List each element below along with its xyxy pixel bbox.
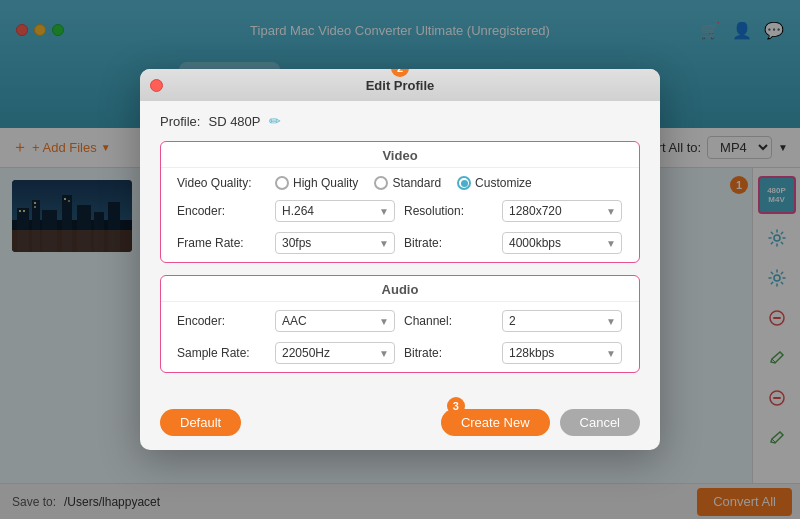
audio-encoder-col: Encoder: AAC ▼ — [177, 310, 396, 332]
audio-encoder-channel-row: Encoder: AAC ▼ Channel: — [177, 310, 623, 332]
sample-rate-col: Sample Rate: 22050Hz ▼ — [177, 342, 396, 364]
video-quality-row: Video Quality: High Quality Standard — [177, 176, 623, 190]
profile-value: SD 480P — [208, 114, 260, 129]
video-bitrate-label: Bitrate: — [404, 236, 494, 250]
radio-high-circle — [275, 176, 289, 190]
resolution-wrapper: 1280x720 ▼ — [502, 200, 622, 222]
footer-right: 3 Create New Cancel — [441, 409, 640, 436]
video-quality-label: Video Quality: — [177, 176, 267, 190]
edit-profile-modal: 2 Edit Profile Profile: SD 480P ✏ Video … — [140, 69, 660, 450]
audio-section-header: Audio — [161, 276, 639, 302]
sample-rate-wrapper: 22050Hz ▼ — [275, 342, 395, 364]
quality-radio-group: High Quality Standard Customize — [275, 176, 532, 190]
cancel-button[interactable]: Cancel — [560, 409, 640, 436]
video-bitrate-select[interactable]: 4000kbps — [502, 232, 622, 254]
frame-rate-label: Frame Rate: — [177, 236, 267, 250]
resolution-select[interactable]: 1280x720 — [502, 200, 622, 222]
audio-section-content: Encoder: AAC ▼ Channel: — [161, 302, 639, 372]
channel-col: Channel: 2 ▼ — [404, 310, 623, 332]
profile-edit-icon[interactable]: ✏ — [269, 113, 281, 129]
video-bitrate-col: Bitrate: 4000kbps ▼ — [404, 232, 623, 254]
video-bitrate-wrapper: 4000kbps ▼ — [502, 232, 622, 254]
encoder-wrapper: H.264 ▼ — [275, 200, 395, 222]
audio-encoder-wrapper: AAC ▼ — [275, 310, 395, 332]
framerate-select[interactable]: 30fps — [275, 232, 395, 254]
encoder-select[interactable]: H.264 — [275, 200, 395, 222]
framerate-col: Frame Rate: 30fps ▼ — [177, 232, 396, 254]
channel-select[interactable]: 2 — [502, 310, 622, 332]
radio-high-label: High Quality — [293, 176, 358, 190]
modal-overlay: 2 Edit Profile Profile: SD 480P ✏ Video … — [0, 0, 800, 519]
modal-title: Edit Profile — [366, 78, 435, 93]
step-3-badge: 3 — [447, 397, 465, 415]
radio-high-quality[interactable]: High Quality — [275, 176, 358, 190]
sample-rate-bitrate-row: Sample Rate: 22050Hz ▼ Bitrate: — [177, 342, 623, 364]
audio-encoder-label: Encoder: — [177, 314, 267, 328]
modal-body: Profile: SD 480P ✏ Video Video Quality: … — [140, 101, 660, 401]
audio-bitrate-select[interactable]: 128kbps — [502, 342, 622, 364]
video-section: Video Video Quality: High Quality — [160, 141, 640, 263]
radio-customize-inner — [461, 180, 468, 187]
profile-row: Profile: SD 480P ✏ — [160, 113, 640, 129]
encoder-label: Encoder: — [177, 204, 267, 218]
video-section-content: Video Quality: High Quality Standard — [161, 168, 639, 262]
radio-standard-circle — [374, 176, 388, 190]
resolution-label: Resolution: — [404, 204, 494, 218]
sample-rate-select[interactable]: 22050Hz — [275, 342, 395, 364]
encoder-resolution-row: Encoder: H.264 ▼ Resolution: — [177, 200, 623, 222]
channel-wrapper: 2 ▼ — [502, 310, 622, 332]
audio-bitrate-col: Bitrate: 128kbps ▼ — [404, 342, 623, 364]
audio-section: Audio Encoder: AAC ▼ — [160, 275, 640, 373]
audio-encoder-select[interactable]: AAC — [275, 310, 395, 332]
radio-customize-circle — [457, 176, 471, 190]
profile-label: Profile: — [160, 114, 200, 129]
video-section-header: Video — [161, 142, 639, 168]
modal-footer: Default 3 Create New Cancel — [140, 401, 660, 450]
encoder-col: Encoder: H.264 ▼ — [177, 200, 396, 222]
default-button[interactable]: Default — [160, 409, 241, 436]
radio-standard[interactable]: Standard — [374, 176, 441, 190]
audio-bitrate-wrapper: 128kbps ▼ — [502, 342, 622, 364]
framerate-bitrate-row: Frame Rate: 30fps ▼ Bitrate: — [177, 232, 623, 254]
channel-label: Channel: — [404, 314, 494, 328]
resolution-col: Resolution: 1280x720 ▼ — [404, 200, 623, 222]
framerate-wrapper: 30fps ▼ — [275, 232, 395, 254]
radio-customize[interactable]: Customize — [457, 176, 532, 190]
audio-bitrate-label: Bitrate: — [404, 346, 494, 360]
radio-standard-label: Standard — [392, 176, 441, 190]
modal-close-button[interactable] — [150, 79, 163, 92]
radio-customize-label: Customize — [475, 176, 532, 190]
sample-rate-label: Sample Rate: — [177, 346, 267, 360]
